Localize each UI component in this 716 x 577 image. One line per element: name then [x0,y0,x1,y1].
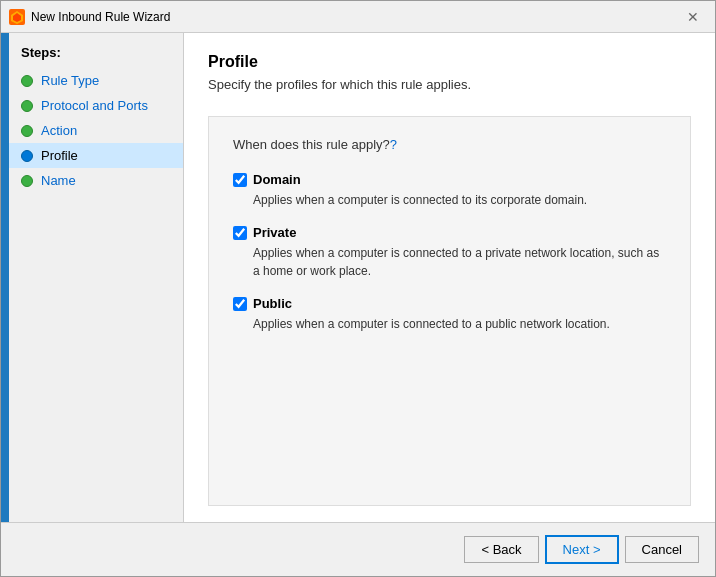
close-button[interactable]: ✕ [679,3,707,31]
sidebar-label-profile: Profile [41,148,78,163]
main-content: When does this rule apply?? Domain Appli… [208,116,691,506]
page-title: Profile [208,53,691,71]
main-panel: Profile Specify the profiles for which t… [184,33,715,522]
dot-profile [21,150,33,162]
left-accent-bar [1,33,9,522]
sidebar-item-name[interactable]: Name [9,168,183,193]
option-header-domain: Domain [233,172,666,187]
page-subtitle: Specify the profiles for which this rule… [208,77,691,92]
dot-name [21,175,33,187]
sidebar: Steps: Rule Type Protocol and Ports Acti… [9,33,184,522]
dot-protocol-ports [21,100,33,112]
back-button[interactable]: < Back [464,536,538,563]
titlebar: New Inbound Rule Wizard ✕ [1,1,715,33]
dot-action [21,125,33,137]
option-label-public[interactable]: Public [253,296,292,311]
sidebar-label-rule-type: Rule Type [41,73,99,88]
option-label-domain[interactable]: Domain [253,172,301,187]
sidebar-label-name: Name [41,173,76,188]
option-desc-public: Applies when a computer is connected to … [253,315,666,333]
checkbox-wrap-public [233,297,247,311]
sidebar-label-protocol-ports: Protocol and Ports [41,98,148,113]
checkbox-domain[interactable] [233,173,247,187]
option-desc-domain: Applies when a computer is connected to … [253,191,666,209]
titlebar-title: New Inbound Rule Wizard [31,10,679,24]
option-desc-private: Applies when a computer is connected to … [253,244,666,280]
option-header-public: Public [233,296,666,311]
steps-label: Steps: [9,45,183,68]
next-button[interactable]: Next > [545,535,619,564]
checkbox-wrap-private [233,226,247,240]
option-group-public: Public Applies when a computer is connec… [233,296,666,333]
content-area: Steps: Rule Type Protocol and Ports Acti… [1,33,715,522]
option-label-private[interactable]: Private [253,225,296,240]
checkbox-public[interactable] [233,297,247,311]
cancel-button[interactable]: Cancel [625,536,699,563]
option-header-private: Private [233,225,666,240]
option-group-domain: Domain Applies when a computer is connec… [233,172,666,209]
dot-rule-type [21,75,33,87]
sidebar-item-action[interactable]: Action [9,118,183,143]
wizard-icon [9,9,25,25]
when-applies-text: When does this rule apply?? [233,137,666,152]
wizard-window: New Inbound Rule Wizard ✕ Steps: Rule Ty… [0,0,716,577]
help-link[interactable]: ? [390,137,397,152]
sidebar-label-action: Action [41,123,77,138]
sidebar-item-profile[interactable]: Profile [9,143,183,168]
footer: < Back Next > Cancel [1,522,715,576]
checkbox-wrap-domain [233,173,247,187]
sidebar-item-protocol-ports[interactable]: Protocol and Ports [9,93,183,118]
sidebar-item-rule-type[interactable]: Rule Type [9,68,183,93]
option-group-private: Private Applies when a computer is conne… [233,225,666,280]
checkbox-private[interactable] [233,226,247,240]
